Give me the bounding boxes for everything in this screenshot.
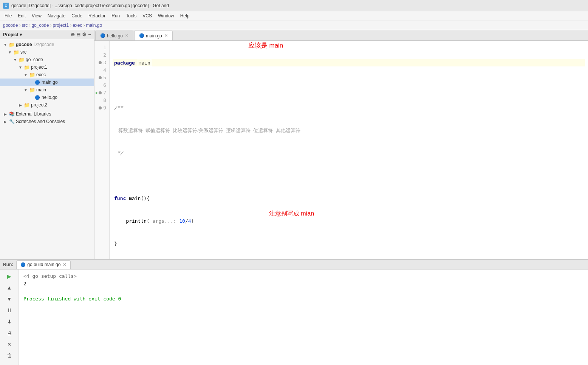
file-go-icon-hello: 🔵 bbox=[34, 94, 40, 100]
menu-help[interactable]: Help bbox=[177, 12, 193, 19]
delete-button[interactable]: ✕ bbox=[4, 339, 15, 350]
term-line-4: Process finished with exit code 0 bbox=[23, 295, 583, 303]
sidebar-collapse-icon[interactable]: ⊟ bbox=[76, 32, 80, 37]
tab-label-main: main.go bbox=[146, 33, 162, 39]
menu-tools[interactable]: Tools bbox=[123, 12, 139, 19]
code-editor[interactable]: package main /** 算数运算符 赋值运算符 比较运算符/关系运算符… bbox=[110, 41, 588, 259]
print-button[interactable]: 🖨 bbox=[4, 328, 15, 338]
sidebar-item-src[interactable]: ▼ 📁 src bbox=[0, 48, 94, 56]
scroll-end-button[interactable]: ⬇ bbox=[4, 316, 15, 327]
bottom-tab-build[interactable]: 🔵 go build main.go ✕ bbox=[16, 260, 71, 269]
folder-icon-project2: 📁 bbox=[24, 102, 30, 108]
sidebar-item-project1[interactable]: ▼ 📁 project1 bbox=[0, 63, 94, 71]
breadcrumb-main_go[interactable]: main.go bbox=[86, 23, 102, 28]
line-num-1: 1 bbox=[94, 44, 109, 51]
tab-close-main[interactable]: ✕ bbox=[164, 33, 168, 38]
bottom-tabs-bar: Run: 🔵 go build main.go ✕ bbox=[0, 260, 588, 270]
tree-label-gocode: gocode bbox=[16, 42, 32, 47]
app-icon: G bbox=[3, 3, 9, 9]
pause-button[interactable]: ⏸ bbox=[4, 305, 15, 316]
code-line-4: 算数运算符 赋值运算符 比较运算符/关系运算符 逻辑运算符 位运算符 其他运算符 bbox=[113, 127, 585, 134]
expand-arrow-ext-libs: ▶ bbox=[3, 112, 8, 116]
expand-arrow-exec: ▼ bbox=[23, 72, 28, 77]
breadcrumb-go_code[interactable]: go_code bbox=[31, 23, 49, 28]
tree-label-project1: project1 bbox=[31, 65, 47, 70]
main-layout: Project ▾ ⊕ ⊟ ⚙ − ▼ 📁 gocode D:\gocode bbox=[0, 30, 588, 365]
line-num-8: 8 bbox=[94, 97, 109, 104]
scroll-down-button[interactable]: ▼ bbox=[4, 294, 15, 304]
folder-icon-project1: 📁 bbox=[24, 64, 30, 70]
term-line-1: <4 go setup calls> bbox=[23, 273, 583, 280]
sidebar-item-main-folder[interactable]: ▼ 📁 main bbox=[0, 86, 94, 94]
folder-icon-exec: 📁 bbox=[29, 72, 35, 78]
term-line-2: 2 bbox=[23, 280, 583, 288]
breadcrumb-exec[interactable]: exec bbox=[73, 23, 82, 28]
terminal-output: <4 go setup calls> 2 Process finished wi… bbox=[19, 270, 588, 365]
editor-area: 🔵 hello.go ✕ 🔵 main.go ✕ 应该是 main 1 bbox=[94, 30, 588, 259]
breadcrumb-src[interactable]: src bbox=[22, 23, 28, 28]
menu-file[interactable]: File bbox=[2, 12, 15, 19]
breadcrumb-project1[interactable]: project1 bbox=[53, 23, 69, 28]
breadcrumb-gocode[interactable]: gocode bbox=[3, 23, 18, 28]
sidebar-item-ext-libs[interactable]: ▶ 📚 External Libraries bbox=[0, 110, 94, 118]
run-arrow-7: ▶ bbox=[96, 89, 98, 97]
tree-label-project2: project2 bbox=[31, 102, 47, 108]
code-line-2 bbox=[113, 82, 585, 89]
menu-bar: File Edit View Navigate Code Refactor Ru… bbox=[0, 11, 588, 20]
sidebar-title: Project ▾ bbox=[3, 32, 22, 37]
sidebar-header: Project ▾ ⊕ ⊟ ⚙ − bbox=[0, 30, 94, 39]
editor-content[interactable]: 1 2 3 4 5 6 ▶ 7 bbox=[94, 41, 588, 259]
sidebar-item-exec[interactable]: ▼ 📁 exec bbox=[0, 71, 94, 79]
breakpoint-5 bbox=[99, 76, 102, 79]
code-line-5: */ bbox=[113, 149, 585, 157]
breakpoint-3 bbox=[99, 61, 102, 64]
cursor-main: main bbox=[138, 59, 151, 67]
line-num-3: 3 bbox=[94, 59, 109, 66]
tree-label-src: src bbox=[20, 49, 26, 55]
menu-refactor[interactable]: Refactor bbox=[85, 12, 108, 19]
tab-main-go[interactable]: 🔵 main.go ✕ bbox=[134, 31, 173, 40]
sidebar-minimize-icon[interactable]: − bbox=[88, 32, 91, 37]
sidebar-add-icon[interactable]: ⊕ bbox=[71, 32, 75, 37]
line-num-6: 6 bbox=[94, 82, 109, 89]
tab-icon-main: 🔵 bbox=[139, 33, 144, 38]
sidebar-header-icons: ⊕ ⊟ ⚙ − bbox=[71, 32, 91, 37]
tab-close-hello[interactable]: ✕ bbox=[125, 33, 128, 38]
trash-button[interactable]: 🗑 bbox=[4, 350, 15, 361]
line-num-4: 4 bbox=[94, 66, 109, 74]
term-line-3 bbox=[23, 288, 583, 295]
sidebar-settings-icon[interactable]: ⚙ bbox=[82, 32, 87, 37]
menu-run[interactable]: Run bbox=[108, 12, 123, 19]
code-line-3: /** bbox=[113, 104, 585, 112]
bottom-panel: Run: 🔵 go build main.go ✕ ▶ ▲ ▼ ⏸ ⬇ 🖨 ✕ … bbox=[0, 259, 588, 365]
sidebar-item-main-go[interactable]: ▶ 🔵 main.go bbox=[0, 79, 94, 86]
folder-icon-go_code: 📁 bbox=[19, 57, 25, 63]
code-line-9: } bbox=[113, 240, 585, 248]
bottom-tab-close[interactable]: ✕ bbox=[63, 262, 67, 267]
run-button[interactable]: ▶ bbox=[4, 271, 15, 282]
scroll-up-button[interactable]: ▲ bbox=[4, 282, 15, 293]
sidebar-item-scratches[interactable]: ▶ 🔧 Scratches and Consoles bbox=[0, 118, 94, 125]
menu-navigate[interactable]: Navigate bbox=[45, 12, 68, 19]
breadcrumb: gocode › src › go_code › project1 › exec… bbox=[0, 20, 588, 30]
line-num-9: 9 bbox=[94, 104, 109, 112]
tree-label-exec: exec bbox=[36, 72, 46, 77]
sidebar-item-project2[interactable]: ▶ 📁 project2 bbox=[0, 101, 94, 109]
menu-view[interactable]: View bbox=[29, 12, 45, 19]
menu-vcs[interactable]: VCS bbox=[139, 12, 155, 19]
sidebar-item-hello-go[interactable]: ▶ 🔵 hello.go bbox=[0, 94, 94, 101]
bottom-tab-icon: 🔵 bbox=[20, 262, 26, 267]
title-text: gocode [D:\gocode] - ...\src\go_code\pro… bbox=[11, 3, 169, 8]
file-go-icon-main: 🔵 bbox=[34, 79, 40, 85]
tab-hello-go[interactable]: 🔵 hello.go ✕ bbox=[95, 31, 133, 40]
code-line-1: package main bbox=[113, 59, 585, 66]
sidebar-item-go_code[interactable]: ▼ 📁 go_code bbox=[0, 56, 94, 63]
tab-label-hello: hello.go bbox=[107, 33, 123, 39]
menu-code[interactable]: Code bbox=[68, 12, 85, 19]
menu-window[interactable]: Window bbox=[155, 12, 177, 19]
tree-label-main-folder: main bbox=[36, 87, 46, 92]
sidebar-item-gocode[interactable]: ▼ 📁 gocode D:\gocode bbox=[0, 41, 94, 48]
menu-edit[interactable]: Edit bbox=[15, 12, 29, 19]
code-line-8: println( args...: 10/4) bbox=[113, 217, 585, 225]
tree-label-ext-libs: External Libraries bbox=[16, 111, 51, 117]
